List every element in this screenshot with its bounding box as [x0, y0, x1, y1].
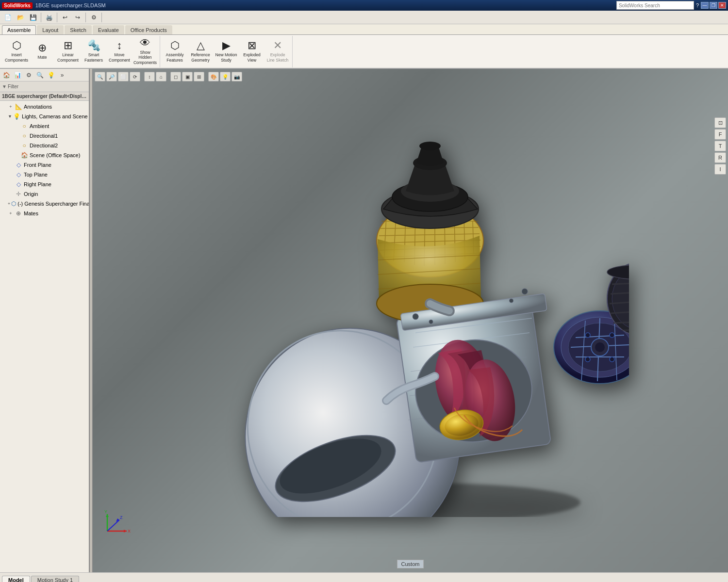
show-hidden-button[interactable]: 👁 Show Hidden Components: [132, 37, 158, 66]
tree-item-top-plane[interactable]: ◇ Top Plane: [0, 170, 89, 179]
panel-properties-button[interactable]: ⚙: [23, 70, 34, 81]
explode-line-button[interactable]: ✕ Explode Line Sketch: [265, 37, 290, 66]
tab-sketch[interactable]: Sketch: [65, 25, 92, 34]
right-plane-label: Right Plane: [24, 181, 51, 187]
reference-geometry-label: Reference Geometry: [189, 52, 212, 62]
zoom-out-button[interactable]: 🔎: [106, 72, 117, 81]
new-motion-study-button[interactable]: ▶ New Motion Study: [214, 37, 239, 66]
tab-layout[interactable]: Layout: [37, 25, 64, 34]
svg-point-47: [585, 357, 590, 362]
svg-line-67: [107, 520, 119, 531]
minimize-button[interactable]: —: [701, 2, 709, 9]
tree-item-lights[interactable]: ▼ 💡 Lights, Cameras and Scene: [0, 112, 89, 121]
svg-point-58: [607, 265, 629, 279]
restore-button[interactable]: ❐: [710, 2, 717, 9]
lights-icon: 💡: [13, 113, 20, 120]
undo-button[interactable]: ↩: [59, 12, 71, 23]
print-button[interactable]: 🖨️: [43, 12, 55, 23]
directional2-label: Directional2: [30, 143, 58, 148]
save-button[interactable]: 💾: [27, 12, 39, 23]
svg-point-61: [429, 320, 433, 324]
tree-item-genesis[interactable]: + ⬡ (-) Genesis Supercharger Final: [0, 199, 89, 209]
search-input[interactable]: [616, 1, 694, 10]
tab-evaluate[interactable]: Evaluate: [93, 25, 124, 34]
tab-motion-study[interactable]: Motion Study 1: [31, 576, 79, 582]
new-file-button[interactable]: 📄: [2, 12, 14, 23]
tree-item-directional1[interactable]: ○ Directional1: [0, 131, 89, 141]
genesis-label: (-) Genesis Supercharger Final: [17, 201, 89, 207]
titlebar-controls[interactable]: — ❐ ✕: [701, 2, 726, 9]
panel-search-button[interactable]: 🔍: [34, 70, 45, 81]
annotations-icon: 📐: [15, 103, 22, 111]
panel-feature-button[interactable]: 📊: [12, 70, 23, 81]
model-container: [93, 83, 728, 572]
close-button[interactable]: ✕: [718, 2, 726, 9]
titlebar-left: SolidWorks 1BGE supercharger.SLDASM: [2, 2, 106, 9]
tree-item-mates[interactable]: + ⊕ Mates: [0, 209, 89, 218]
pan-button[interactable]: ↕: [144, 72, 155, 81]
view-iso-button[interactable]: I: [714, 164, 726, 175]
svg-point-62: [509, 298, 513, 303]
supercharger-model: [192, 139, 629, 517]
smart-fasteners-button[interactable]: 🔩 Smart Fasteners: [81, 37, 106, 66]
tree-item-scene[interactable]: 🏠 Scene (Office Space): [0, 150, 89, 160]
new-motion-study-icon: ▶: [222, 40, 231, 51]
tab-office-products[interactable]: Office Products: [125, 25, 172, 34]
wireframe-button[interactable]: ⊞: [194, 72, 204, 81]
viewport[interactable]: 🔍 🔎 ⬜ ⟳ ↕ ⌂ ◻ ▣ ⊞ 🎨 💡 📷 ⊡ F T R I: [93, 69, 728, 572]
mate-button[interactable]: ⊕ Mate: [30, 37, 55, 66]
assembly-features-icon: ⬡: [170, 40, 180, 51]
front-plane-expand: [8, 162, 14, 168]
move-component-button[interactable]: ↕ Move Component: [107, 37, 132, 66]
directional1-expand: [14, 133, 19, 139]
view-front-button[interactable]: F: [714, 129, 726, 140]
rotate-button[interactable]: ⟳: [130, 72, 140, 81]
top-plane-icon: ◇: [15, 171, 22, 178]
explode-line-label: Explode Line Sketch: [266, 52, 289, 62]
orient-button[interactable]: ⌂: [156, 72, 166, 81]
lighting-button[interactable]: 💡: [220, 72, 231, 81]
scene-expand: [14, 152, 19, 158]
exploded-view-button[interactable]: ⊠ Exploded View: [239, 37, 265, 66]
display-mode-button[interactable]: ◻: [170, 72, 181, 81]
tab-assemble[interactable]: Assemble: [2, 25, 36, 34]
origin-label: Origin: [24, 191, 38, 197]
reference-geometry-button[interactable]: △ Reference Geometry: [188, 37, 213, 66]
shaded-button[interactable]: ▣: [182, 72, 193, 81]
mates-icon: ⊕: [15, 210, 22, 217]
tree-item-right-plane[interactable]: ◇ Right Plane: [0, 179, 89, 189]
appearance-button[interactable]: 🎨: [208, 72, 219, 81]
smart-fasteners-label: Smart Fasteners: [83, 52, 105, 62]
top-plane-expand: [8, 172, 14, 178]
zoom-fit-button[interactable]: ⬜: [118, 72, 129, 81]
panel-home-button[interactable]: 🏠: [1, 70, 12, 81]
show-hidden-label: Show Hidden Components: [133, 50, 157, 65]
redo-button[interactable]: ↪: [72, 12, 83, 23]
search-help-icon[interactable]: ?: [694, 2, 701, 8]
front-plane-icon: ◇: [15, 161, 22, 169]
insert-components-button[interactable]: ⬡ Insert Components: [4, 37, 29, 66]
view-top-button[interactable]: T: [714, 141, 726, 151]
toolbar-separator-2: [57, 13, 57, 22]
tree-item-directional2[interactable]: ○ Directional2: [0, 141, 89, 150]
tree-item-annotations[interactable]: + 📐 Annotations: [0, 102, 89, 112]
zoom-in-button[interactable]: 🔍: [95, 72, 105, 81]
directional2-icon: ○: [20, 142, 28, 149]
rebuild-button[interactable]: ⚙: [88, 12, 99, 23]
tab-model[interactable]: Model: [2, 576, 30, 582]
scene-icon: 🏠: [20, 151, 28, 159]
assembly-features-button[interactable]: ⬡ Assembly Features: [162, 37, 187, 66]
view-right-button[interactable]: R: [714, 152, 726, 163]
tree-title: 1BGE supercharger (Default<Display): [0, 92, 89, 101]
tree-item-origin[interactable]: ✛ Origin: [0, 189, 89, 199]
directional1-label: Directional1: [30, 133, 58, 139]
linear-component-button[interactable]: ⊞ Linear Component: [55, 37, 81, 66]
tree-item-front-plane[interactable]: ◇ Front Plane: [0, 160, 89, 170]
open-file-button[interactable]: 📂: [15, 12, 26, 23]
camera-button[interactable]: 📷: [232, 72, 242, 81]
tree-item-ambient[interactable]: ○ Ambient: [0, 121, 89, 131]
panel-expand-button[interactable]: »: [57, 70, 67, 81]
view-cube-button[interactable]: ⊡: [714, 117, 726, 128]
panel-config-button[interactable]: 💡: [46, 70, 56, 81]
search-box[interactable]: ?: [616, 1, 701, 10]
